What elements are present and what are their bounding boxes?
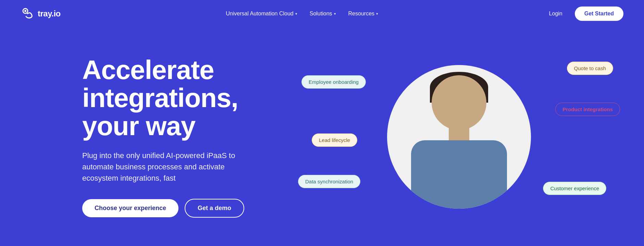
tag-data-synchronization: Data synchronization bbox=[298, 175, 360, 188]
tag-lead-lifecycle: Lead lifecycle bbox=[312, 133, 357, 147]
login-button[interactable]: Login bbox=[544, 8, 568, 20]
tag-employee-onboarding: Employee onboarding bbox=[301, 75, 366, 89]
person-head bbox=[432, 75, 486, 130]
nav-label-solutions: Solutions bbox=[310, 11, 332, 17]
header-actions: Login Get Started bbox=[544, 7, 623, 21]
logo-text: tray.io bbox=[38, 9, 61, 18]
chevron-down-icon-resources: ▾ bbox=[376, 12, 378, 16]
person-body bbox=[411, 140, 507, 209]
chevron-down-icon: ▾ bbox=[295, 12, 297, 16]
header: tray.io Universal Automation Cloud ▾ Sol… bbox=[0, 0, 644, 27]
get-demo-button[interactable]: Get a demo bbox=[185, 199, 244, 218]
nav-label-resources: Resources bbox=[348, 11, 374, 17]
get-started-button[interactable]: Get Started bbox=[575, 7, 623, 21]
nav-resources[interactable]: Resources ▾ bbox=[344, 8, 383, 20]
hero-cta-group: Choose your experience Get a demo bbox=[82, 199, 295, 218]
tag-customer-experience: Customer experience bbox=[543, 182, 606, 195]
hero-title: Accelerate integrations, your way bbox=[82, 56, 295, 140]
nav-label-uac: Universal Automation Cloud bbox=[226, 11, 293, 17]
main-nav: Universal Automation Cloud ▾ Solutions ▾… bbox=[221, 8, 383, 20]
svg-point-1 bbox=[24, 10, 26, 12]
chevron-down-icon-solutions: ▾ bbox=[334, 12, 336, 16]
hero-section: Accelerate integrations, your way Plug i… bbox=[0, 27, 644, 246]
tray-logo-icon bbox=[21, 7, 34, 21]
hero-subtitle: Plug into the only unified AI-powered iP… bbox=[82, 150, 260, 184]
nav-solutions[interactable]: Solutions ▾ bbox=[305, 8, 341, 20]
tag-quote-to-cash: Quote to cash bbox=[567, 62, 613, 75]
logo[interactable]: tray.io bbox=[21, 7, 61, 21]
nav-universal-automation-cloud[interactable]: Universal Automation Cloud ▾ bbox=[221, 8, 302, 20]
hero-illustration: Employee onboarding Quote to cash Produc… bbox=[295, 41, 623, 233]
person-avatar bbox=[387, 65, 531, 209]
hero-content: Accelerate integrations, your way Plug i… bbox=[82, 56, 295, 218]
tag-product-integrations: Product integrations bbox=[555, 103, 620, 116]
choose-experience-button[interactable]: Choose your experience bbox=[82, 199, 178, 217]
